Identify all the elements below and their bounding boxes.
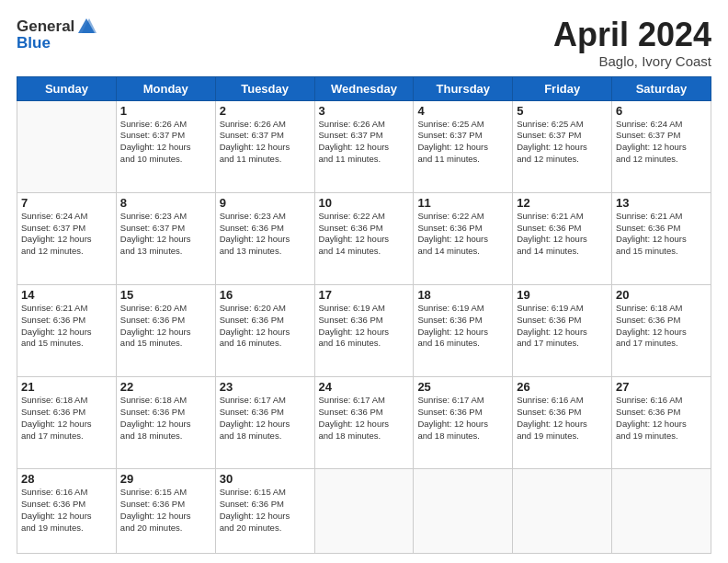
day-number: 5 xyxy=(517,104,608,118)
day-cell: 10Sunrise: 6:22 AM Sunset: 6:36 PM Dayli… xyxy=(314,192,414,284)
day-cell: 3Sunrise: 6:26 AM Sunset: 6:37 PM Daylig… xyxy=(314,100,414,192)
day-number: 1 xyxy=(120,104,211,118)
weekday-header-row: Sunday Monday Tuesday Wednesday Thursday… xyxy=(17,76,711,100)
day-number: 4 xyxy=(417,104,508,118)
day-cell: 5Sunrise: 6:25 AM Sunset: 6:37 PM Daylig… xyxy=(513,100,612,192)
day-info: Sunrise: 6:19 AM Sunset: 6:36 PM Dayligh… xyxy=(417,303,508,350)
day-cell: 22Sunrise: 6:18 AM Sunset: 6:36 PM Dayli… xyxy=(116,377,215,469)
page: General Blue April 2024 Baglo, Ivory Coa… xyxy=(0,0,728,563)
day-number: 22 xyxy=(120,380,211,394)
header-monday: Monday xyxy=(116,76,215,100)
day-number: 21 xyxy=(21,380,112,394)
day-info: Sunrise: 6:23 AM Sunset: 6:37 PM Dayligh… xyxy=(120,211,211,258)
day-number: 19 xyxy=(517,288,608,302)
day-cell: 13Sunrise: 6:21 AM Sunset: 6:36 PM Dayli… xyxy=(612,192,711,284)
day-info: Sunrise: 6:22 AM Sunset: 6:36 PM Dayligh… xyxy=(417,211,508,258)
header-thursday: Thursday xyxy=(414,76,513,100)
day-info: Sunrise: 6:17 AM Sunset: 6:36 PM Dayligh… xyxy=(319,395,410,442)
day-cell xyxy=(513,469,612,554)
day-info: Sunrise: 6:16 AM Sunset: 6:36 PM Dayligh… xyxy=(21,487,112,534)
day-cell: 12Sunrise: 6:21 AM Sunset: 6:36 PM Dayli… xyxy=(513,192,612,284)
day-number: 11 xyxy=(417,196,508,210)
day-info: Sunrise: 6:18 AM Sunset: 6:36 PM Dayligh… xyxy=(616,303,707,350)
day-cell xyxy=(612,469,711,554)
day-number: 13 xyxy=(616,196,707,210)
day-number: 10 xyxy=(319,196,410,210)
day-number: 3 xyxy=(319,104,410,118)
day-number: 20 xyxy=(616,288,707,302)
day-number: 26 xyxy=(517,380,608,394)
header-tuesday: Tuesday xyxy=(215,76,314,100)
day-cell: 7Sunrise: 6:24 AM Sunset: 6:37 PM Daylig… xyxy=(17,192,117,284)
day-info: Sunrise: 6:26 AM Sunset: 6:37 PM Dayligh… xyxy=(319,119,410,166)
day-info: Sunrise: 6:24 AM Sunset: 6:37 PM Dayligh… xyxy=(21,211,112,258)
day-info: Sunrise: 6:25 AM Sunset: 6:37 PM Dayligh… xyxy=(517,119,608,166)
header-friday: Friday xyxy=(513,76,612,100)
logo-general: General xyxy=(17,18,74,36)
day-info: Sunrise: 6:16 AM Sunset: 6:36 PM Dayligh… xyxy=(517,395,608,442)
day-cell: 30Sunrise: 6:15 AM Sunset: 6:36 PM Dayli… xyxy=(215,469,314,554)
day-info: Sunrise: 6:25 AM Sunset: 6:37 PM Dayligh… xyxy=(417,119,508,166)
day-number: 23 xyxy=(220,380,311,394)
day-number: 16 xyxy=(220,288,311,302)
logo: General Blue xyxy=(17,17,97,52)
day-info: Sunrise: 6:16 AM Sunset: 6:36 PM Dayligh… xyxy=(616,395,707,442)
day-cell: 4Sunrise: 6:25 AM Sunset: 6:37 PM Daylig… xyxy=(414,100,513,192)
day-cell: 18Sunrise: 6:19 AM Sunset: 6:36 PM Dayli… xyxy=(414,284,513,376)
day-info: Sunrise: 6:18 AM Sunset: 6:36 PM Dayligh… xyxy=(120,395,211,442)
header-saturday: Saturday xyxy=(612,76,711,100)
month-title: April 2024 xyxy=(553,17,711,53)
header-wednesday: Wednesday xyxy=(314,76,414,100)
day-cell xyxy=(314,469,414,554)
day-cell: 16Sunrise: 6:20 AM Sunset: 6:36 PM Dayli… xyxy=(215,284,314,376)
day-cell: 17Sunrise: 6:19 AM Sunset: 6:36 PM Dayli… xyxy=(314,284,414,376)
logo-blue: Blue xyxy=(17,35,97,52)
day-cell xyxy=(17,100,117,192)
week-row-3: 14Sunrise: 6:21 AM Sunset: 6:36 PM Dayli… xyxy=(17,284,711,376)
week-row-1: 1Sunrise: 6:26 AM Sunset: 6:37 PM Daylig… xyxy=(17,100,711,192)
day-info: Sunrise: 6:22 AM Sunset: 6:36 PM Dayligh… xyxy=(319,211,410,258)
day-info: Sunrise: 6:21 AM Sunset: 6:36 PM Dayligh… xyxy=(21,303,112,350)
day-info: Sunrise: 6:21 AM Sunset: 6:36 PM Dayligh… xyxy=(616,211,707,258)
day-cell: 6Sunrise: 6:24 AM Sunset: 6:37 PM Daylig… xyxy=(612,100,711,192)
day-number: 8 xyxy=(120,196,211,210)
title-block: April 2024 Baglo, Ivory Coast xyxy=(553,17,711,69)
calendar-table: Sunday Monday Tuesday Wednesday Thursday… xyxy=(17,76,711,554)
day-number: 12 xyxy=(517,196,608,210)
day-info: Sunrise: 6:20 AM Sunset: 6:36 PM Dayligh… xyxy=(220,303,311,350)
day-cell: 21Sunrise: 6:18 AM Sunset: 6:36 PM Dayli… xyxy=(17,377,117,469)
day-info: Sunrise: 6:24 AM Sunset: 6:37 PM Dayligh… xyxy=(616,119,707,166)
day-number: 28 xyxy=(21,472,112,486)
day-number: 9 xyxy=(220,196,311,210)
day-cell: 26Sunrise: 6:16 AM Sunset: 6:36 PM Dayli… xyxy=(513,377,612,469)
day-cell: 2Sunrise: 6:26 AM Sunset: 6:37 PM Daylig… xyxy=(215,100,314,192)
day-info: Sunrise: 6:26 AM Sunset: 6:37 PM Dayligh… xyxy=(120,119,211,166)
day-info: Sunrise: 6:15 AM Sunset: 6:36 PM Dayligh… xyxy=(120,487,211,534)
header: General Blue April 2024 Baglo, Ivory Coa… xyxy=(17,17,711,69)
day-info: Sunrise: 6:19 AM Sunset: 6:36 PM Dayligh… xyxy=(319,303,410,350)
day-info: Sunrise: 6:26 AM Sunset: 6:37 PM Dayligh… xyxy=(220,119,311,166)
day-cell: 27Sunrise: 6:16 AM Sunset: 6:36 PM Dayli… xyxy=(612,377,711,469)
logo-text: General Blue xyxy=(17,17,97,52)
day-number: 15 xyxy=(120,288,211,302)
day-info: Sunrise: 6:21 AM Sunset: 6:36 PM Dayligh… xyxy=(517,211,608,258)
week-row-5: 28Sunrise: 6:16 AM Sunset: 6:36 PM Dayli… xyxy=(17,469,711,554)
day-cell: 14Sunrise: 6:21 AM Sunset: 6:36 PM Dayli… xyxy=(17,284,117,376)
day-cell: 15Sunrise: 6:20 AM Sunset: 6:36 PM Dayli… xyxy=(116,284,215,376)
day-cell: 29Sunrise: 6:15 AM Sunset: 6:36 PM Dayli… xyxy=(116,469,215,554)
day-cell: 1Sunrise: 6:26 AM Sunset: 6:37 PM Daylig… xyxy=(116,100,215,192)
day-cell: 8Sunrise: 6:23 AM Sunset: 6:37 PM Daylig… xyxy=(116,192,215,284)
day-number: 24 xyxy=(319,380,410,394)
day-info: Sunrise: 6:19 AM Sunset: 6:36 PM Dayligh… xyxy=(517,303,608,350)
day-info: Sunrise: 6:17 AM Sunset: 6:36 PM Dayligh… xyxy=(220,395,311,442)
day-number: 30 xyxy=(220,472,311,486)
day-number: 6 xyxy=(616,104,707,118)
day-cell: 28Sunrise: 6:16 AM Sunset: 6:36 PM Dayli… xyxy=(17,469,117,554)
logo-icon xyxy=(76,17,97,37)
location: Baglo, Ivory Coast xyxy=(553,53,711,69)
day-info: Sunrise: 6:20 AM Sunset: 6:36 PM Dayligh… xyxy=(120,303,211,350)
day-number: 18 xyxy=(417,288,508,302)
day-cell: 9Sunrise: 6:23 AM Sunset: 6:36 PM Daylig… xyxy=(215,192,314,284)
day-cell: 11Sunrise: 6:22 AM Sunset: 6:36 PM Dayli… xyxy=(414,192,513,284)
day-cell xyxy=(414,469,513,554)
